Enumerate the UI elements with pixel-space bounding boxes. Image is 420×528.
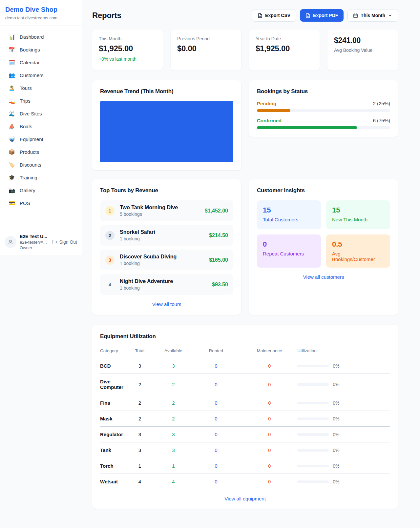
utilization-bar-track [297, 449, 329, 452]
category-cell: Dive Computer [100, 374, 123, 395]
category-cell: Regulator [100, 427, 123, 442]
sidebar-item[interactable]: 🎓 Training [0, 171, 82, 184]
insight-tile: 0.5 Avg Bookings/Customer [326, 234, 390, 268]
spiral-calendar-icon: 🗓️ [9, 59, 15, 66]
calendar-date-icon: 📅 [9, 47, 15, 53]
maintenance-cell: 0 [242, 427, 297, 442]
tour-name: Snorkel Safari [120, 229, 204, 235]
category-cell: Fins [100, 395, 123, 411]
table-row: Dive Computer 2 2 0 0 0% [100, 374, 390, 395]
available-cell: 3 [156, 442, 191, 458]
insight-label: New This Month [332, 217, 384, 222]
insight-value: 15 [263, 206, 315, 214]
total-cell: 3 [123, 358, 156, 374]
package-icon: 📦 [9, 149, 15, 155]
tour-revenue: $165.00 [209, 257, 228, 263]
sidebar-item[interactable]: 🤿 Equipment [0, 133, 82, 146]
view-all-equipment-link[interactable]: View all equipment [224, 496, 266, 501]
available-cell: 3 [156, 427, 191, 442]
sidebar-item[interactable]: 🌊 Dive Sites [0, 107, 82, 120]
column-header: Total [123, 346, 156, 358]
utilization-bar-track [297, 383, 329, 386]
export-csv-button[interactable]: Export CSV [252, 9, 296, 22]
file-download-icon [258, 13, 262, 18]
stat-card-this-month: This Month $1,925.00 +0% vs last month [92, 30, 163, 71]
maintenance-cell: 0 [242, 411, 297, 427]
sidebar-item[interactable]: 🗓️ Calendar [0, 56, 82, 69]
utilization-bar-track [297, 465, 329, 467]
stat-card-year-to-date: Year to Date $1,925.00 [249, 30, 320, 71]
maintenance-cell: 0 [242, 474, 297, 490]
column-header: Category [100, 346, 123, 358]
sidebar-item[interactable]: 📷 Gallery [0, 184, 82, 197]
revenue-trend-title: Revenue Trend (This Month) [100, 88, 233, 95]
view-all-tours-link[interactable]: View all tours [152, 301, 181, 307]
sign-out-button[interactable]: Sign Out [52, 239, 77, 245]
available-cell: 4 [156, 474, 191, 490]
sidebar-item-label: Dive Sites [20, 111, 42, 116]
island-icon: 🏝️ [9, 85, 15, 91]
utilization-percent: 0% [333, 400, 339, 406]
sidebar-item[interactable]: ⛵ Boats [0, 120, 82, 133]
rented-cell: 0 [191, 411, 242, 427]
tour-row: 1 Two Tank Morning Dive 5 bookings $1,45… [100, 200, 233, 221]
sidebar-item[interactable]: 💳 POS [0, 197, 82, 210]
status-count: 6 (75%) [373, 118, 390, 123]
utilization-bar-track [297, 365, 329, 367]
user-info: E2E Test U... e2e-tester@... Owner [20, 234, 47, 250]
sidebar-item-label: Discounts [20, 162, 41, 168]
sidebar-item[interactable]: 📦 Products [0, 146, 82, 158]
sidebar-item[interactable]: 🏝️ Tours [0, 82, 82, 94]
tour-row: 3 Discover Scuba Diving 1 booking $165.0… [100, 250, 233, 270]
category-cell: BCD [100, 358, 123, 374]
stat-card-avg-booking-value: $241.00 Avg Booking Value [327, 30, 398, 71]
sidebar-item-label: Equipment [20, 136, 43, 142]
graduation-cap-icon: 🎓 [9, 174, 15, 181]
credit-card-icon: 💳 [9, 200, 15, 206]
diving-mask-icon: 🤿 [9, 136, 15, 142]
maintenance-cell: 0 [242, 395, 297, 411]
available-cell: 2 [156, 411, 191, 427]
page-title: Reports [92, 11, 121, 20]
utilization-cell: 0% [297, 374, 390, 395]
utilization-bar-track [297, 417, 329, 420]
sidebar-item-label: Bookings [20, 47, 40, 52]
page-header: Reports Export CSV Export PDF This Month [92, 9, 398, 22]
status-row: Pending 2 (25%) [257, 101, 390, 112]
sidebar-item[interactable]: 📊 Dashboard [0, 30, 82, 43]
revenue-trend-card: Revenue Trend (This Month) [92, 80, 241, 170]
utilization-percent: 0% [333, 479, 339, 484]
total-cell: 3 [123, 442, 156, 458]
view-all-customers-link[interactable]: View all customers [303, 274, 344, 280]
insight-value: 0.5 [332, 240, 384, 249]
utilization-cell: 0% [297, 458, 390, 474]
maintenance-cell: 0 [242, 442, 297, 458]
insight-label: Total Customers [263, 217, 315, 222]
sidebar-item[interactable]: 🚤 Trips [0, 94, 82, 107]
period-dropdown[interactable]: This Month [347, 9, 398, 22]
tag-icon: 🏷️ [9, 162, 15, 168]
status-list: Pending 2 (25%) Confirmed 6 (75%) [257, 101, 390, 129]
maintenance-cell: 0 [242, 358, 297, 374]
export-pdf-button[interactable]: Export PDF [300, 9, 344, 22]
insights-grid: 15 Total Customers 15 New This Month 0 R… [257, 200, 390, 268]
tour-name: Discover Scuba Diving [120, 254, 204, 260]
sidebar-item[interactable]: 👥 Customers [0, 69, 82, 82]
top-tours-card: Top Tours by Revenue 1 Two Tank Morning … [92, 179, 241, 315]
rank-badge: 3 [105, 255, 115, 265]
status-count: 2 (25%) [373, 101, 390, 106]
sidebar-item-label: Products [20, 149, 39, 155]
tour-revenue: $214.50 [209, 233, 228, 238]
sidebar-item[interactable]: 📅 Bookings [0, 43, 82, 56]
bar-chart-icon: 📊 [9, 34, 15, 40]
camera-icon: 📷 [9, 187, 15, 193]
sidebar-item[interactable]: 🏷️ Discounts [0, 158, 82, 171]
status-row: Confirmed 6 (75%) [257, 118, 390, 129]
rented-cell: 0 [191, 427, 242, 442]
total-cell: 3 [123, 427, 156, 442]
column-header: Utilization [297, 346, 390, 358]
status-label: Confirmed [257, 118, 282, 123]
utilization-cell: 0% [297, 427, 390, 442]
available-cell: 2 [156, 395, 191, 411]
sidebar-item-label: Calendar [20, 60, 40, 65]
